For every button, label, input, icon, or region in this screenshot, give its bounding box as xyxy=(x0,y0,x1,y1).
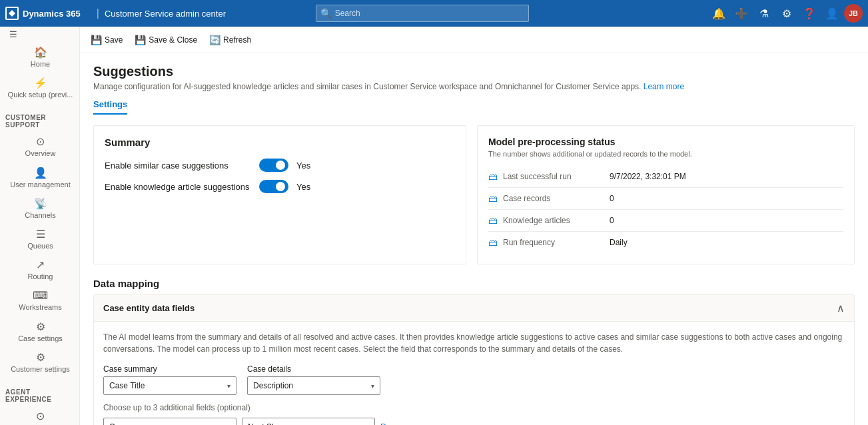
sidebar-item-routing[interactable]: ↗ Routing xyxy=(0,254,79,285)
sidebar: ☰ 🏠 Home ⚡ Quick setup (previ... Custome… xyxy=(0,27,80,425)
routing-icon: ↗ xyxy=(36,258,45,271)
sidebar-item-home-label: Home xyxy=(31,60,50,69)
model-status-key-0: Last successful run xyxy=(503,172,610,181)
user-avatar[interactable]: JB xyxy=(844,4,863,23)
sidebar-item-queues[interactable]: ☰ Queues xyxy=(0,224,79,254)
model-status-row-1: 🗃 Case records 0 xyxy=(488,188,843,210)
refresh-button[interactable]: 🔄 Refresh xyxy=(204,32,256,48)
channels-icon: 📡 xyxy=(34,197,47,210)
main-layout: ☰ 🏠 Home ⚡ Quick setup (previ... Custome… xyxy=(0,27,868,425)
right-panel: 💾 Save 💾 Save & Close 🔄 Refresh Suggesti… xyxy=(80,27,868,425)
model-status-val-0: 9/7/2022, 3:32:01 PM xyxy=(610,172,686,181)
model-status-key-3: Run frequency xyxy=(503,238,610,247)
case-summary-select[interactable]: Case Title ▾ xyxy=(103,376,236,395)
optional-field-1-select[interactable]: Case ▾ xyxy=(103,418,236,425)
data-mapping-header: Data mapping xyxy=(93,278,855,289)
sidebar-item-customer-settings[interactable]: ⚙ Customer settings xyxy=(0,347,79,378)
filter-icon[interactable]: ⚗ xyxy=(753,3,775,24)
case-details-chevron: ▾ xyxy=(371,382,374,390)
model-status-val-2: 0 xyxy=(610,216,614,225)
remove-field-button[interactable]: Remove xyxy=(380,422,410,425)
refresh-label: Refresh xyxy=(223,35,251,45)
panels-row: Summary Enable similar case suggestions … xyxy=(93,125,855,264)
customer-settings-icon: ⚙ xyxy=(36,351,45,364)
similar-case-slider xyxy=(259,159,288,172)
case-entity-fields-row: Case summary Case Title ▾ Case details xyxy=(103,364,845,395)
learn-more-link[interactable]: Learn more xyxy=(644,82,684,91)
content-area: Suggestions Manage configuration for AI-… xyxy=(80,53,868,425)
case-summary-value: Case Title xyxy=(109,381,145,390)
page-subtitle: Manage configuration for AI-suggested kn… xyxy=(93,82,855,91)
sidebar-item-user-management[interactable]: 👤 User management xyxy=(0,163,79,193)
data-mapping-section: Data mapping Case entity data fields ∧ T… xyxy=(93,278,855,425)
sidebar-item-case-settings[interactable]: ⚙ Case settings xyxy=(0,316,79,347)
search-icon: 🔍 xyxy=(320,8,332,19)
save-label: Save xyxy=(105,35,123,45)
data-mapping-title: Data mapping xyxy=(93,278,159,289)
model-status-icon-0: 🗃 xyxy=(488,171,498,182)
home-icon: 🏠 xyxy=(34,46,47,59)
save-close-label: Save & Close xyxy=(149,35,197,45)
overview-cs-icon: ⊙ xyxy=(36,135,45,148)
page-subtitle-text: Manage configuration for AI-suggested kn… xyxy=(93,82,641,91)
sidebar-section-customer-support: Customer support xyxy=(0,109,79,131)
model-status-row-3: 🗃 Run frequency Daily xyxy=(488,232,843,253)
case-entity-fields-title: Case entity data fields xyxy=(103,303,195,313)
case-entity-fields-header[interactable]: Case entity data fields ∧ xyxy=(94,295,854,322)
app-logo[interactable]: Dynamics 365 xyxy=(5,7,81,20)
sidebar-toggle[interactable]: ☰ xyxy=(3,29,24,39)
case-entity-fields-body: The AI model learns from the summary and… xyxy=(94,322,854,425)
profile-icon[interactable]: 👤 xyxy=(821,3,843,24)
add-icon[interactable]: ➕ xyxy=(731,3,752,24)
settings-tab[interactable]: Settings xyxy=(93,99,127,115)
model-status-row-2: 🗃 Knowledge articles 0 xyxy=(488,210,843,232)
summary-heading: Summary xyxy=(105,137,455,148)
model-status-val-1: 0 xyxy=(610,194,614,203)
knowledge-article-toggle[interactable] xyxy=(259,180,288,193)
model-status-val-3: Daily xyxy=(610,238,628,247)
dynamics-logo-text: Dynamics 365 xyxy=(23,9,81,19)
model-status-icon-2: 🗃 xyxy=(488,215,498,226)
summary-row-1-label: Enable similar case suggestions xyxy=(105,161,251,171)
summary-panel: Summary Enable similar case suggestions … xyxy=(93,125,466,264)
sidebar-section-agent-exp: Agent experience xyxy=(0,383,79,406)
case-summary-chevron: ▾ xyxy=(227,382,230,390)
sidebar-item-workstreams[interactable]: ⌨ Workstreams xyxy=(0,285,79,316)
save-button[interactable]: 💾 Save xyxy=(85,32,128,48)
case-entity-fields-card: Case entity data fields ∧ The AI model l… xyxy=(93,294,855,425)
similar-case-toggle[interactable] xyxy=(259,159,288,172)
settings-icon[interactable]: ⚙ xyxy=(776,3,797,24)
nav-separator: | xyxy=(97,7,99,19)
knowledge-article-slider xyxy=(259,180,288,193)
sidebar-item-channels[interactable]: 📡 Channels xyxy=(0,193,79,224)
summary-row-1-value: Yes xyxy=(296,161,310,171)
sidebar-item-overview-cs[interactable]: ⊙ Overview xyxy=(0,131,79,162)
sidebar-item-overview-ae[interactable]: ⊙ Overview xyxy=(0,406,79,425)
case-details-select[interactable]: Description ▾ xyxy=(247,376,380,395)
optional-field-2-value: Next Sla xyxy=(248,422,278,425)
sidebar-item-workstreams-label: Workstreams xyxy=(19,303,62,312)
save-close-icon: 💾 xyxy=(135,35,146,45)
model-status-row-0: 🗃 Last successful run 9/7/2022, 3:32:01 … xyxy=(488,166,843,188)
save-close-button[interactable]: 💾 Save & Close xyxy=(129,32,203,48)
summary-row-2-label: Enable knowledge article suggestions xyxy=(105,182,251,192)
page-content: Suggestions Manage configuration for AI-… xyxy=(80,53,868,425)
help-icon[interactable]: ❓ xyxy=(799,3,820,24)
search-bar: 🔍 xyxy=(316,5,529,22)
quicksetup-icon: ⚡ xyxy=(34,77,47,89)
refresh-icon: 🔄 xyxy=(209,35,220,45)
sidebar-item-quicksetup[interactable]: ⚡ Quick setup (previ... xyxy=(0,73,79,103)
sidebar-item-quicksetup-label: Quick setup (previ... xyxy=(8,91,73,99)
case-details-value: Description xyxy=(253,381,293,390)
notification-icon[interactable]: 🔔 xyxy=(708,3,729,24)
optional-field-2-select[interactable]: Next Sla ▾ xyxy=(242,418,375,425)
toolbar: 💾 Save 💾 Save & Close 🔄 Refresh xyxy=(80,27,868,53)
page-header: Suggestions Manage configuration for AI-… xyxy=(93,64,855,91)
optional-field-row: Case ▾ Next Sla ▾ Remove xyxy=(103,418,845,425)
model-status-icon-1: 🗃 xyxy=(488,193,498,204)
case-entity-collapse-icon: ∧ xyxy=(837,302,845,314)
summary-row-2: Enable knowledge article suggestions Yes xyxy=(105,180,455,193)
sidebar-item-home[interactable]: 🏠 Home xyxy=(0,42,79,73)
sidebar-item-routing-label: Routing xyxy=(28,272,53,281)
search-input[interactable] xyxy=(316,5,529,22)
